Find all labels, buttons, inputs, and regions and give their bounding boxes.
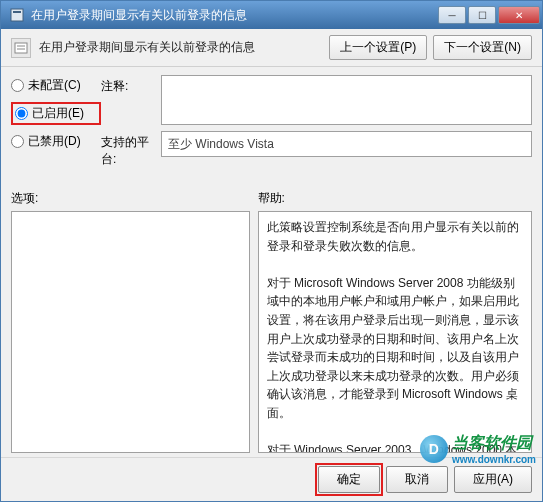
radio-enabled-input[interactable] [15,107,28,120]
radio-unconfigured[interactable]: 未配置(C) [11,77,101,94]
radio-disabled-label: 已禁用(D) [28,133,81,150]
minimize-button[interactable]: ─ [438,6,466,24]
maximize-button[interactable]: ☐ [468,6,496,24]
prev-setting-button[interactable]: 上一个设置(P) [329,35,427,60]
lower-panes: 选项: 帮助: 此策略设置控制系统是否向用户显示有关以前的登录和登录失败次数的信… [11,190,532,453]
right-column: 注释: 支持的平台: 至少 Windows Vista [101,75,532,174]
help-column: 帮助: 此策略设置控制系统是否向用户显示有关以前的登录和登录失败次数的信息。 对… [258,190,532,453]
apply-button[interactable]: 应用(A) [454,466,532,493]
radio-group: 未配置(C) 已启用(E) 已禁用(D) [11,75,101,158]
config-row: 未配置(C) 已启用(E) 已禁用(D) 注释: 支持的平台: [11,75,532,174]
comment-input[interactable] [161,75,532,125]
app-icon [9,7,25,23]
radio-disabled[interactable]: 已禁用(D) [11,133,101,150]
options-column: 选项: [11,190,250,453]
ok-button[interactable]: 确定 [318,466,380,493]
window-title: 在用户登录期间显示有关以前登录的信息 [31,7,436,24]
footer: 确定 取消 应用(A) [1,457,542,501]
next-setting-button[interactable]: 下一个设置(N) [433,35,532,60]
platform-label: 支持的平台: [101,131,161,168]
titlebar[interactable]: 在用户登录期间显示有关以前登录的信息 ─ ☐ ✕ [1,1,542,29]
close-button[interactable]: ✕ [498,6,540,24]
ok-button-highlight: 确定 [318,466,380,493]
comment-label: 注释: [101,75,161,125]
platform-row: 支持的平台: 至少 Windows Vista [101,131,532,168]
svg-rect-1 [13,11,21,13]
cancel-button[interactable]: 取消 [386,466,448,493]
svg-rect-2 [15,43,27,53]
options-box[interactable] [11,211,250,453]
radio-enabled[interactable]: 已启用(E) [11,102,101,125]
help-box[interactable]: 此策略设置控制系统是否向用户显示有关以前的登录和登录失败次数的信息。 对于 Mi… [258,211,532,453]
radio-disabled-input[interactable] [11,135,24,148]
policy-icon [11,38,31,58]
window-controls: ─ ☐ ✕ [436,6,540,24]
header-text: 在用户登录期间显示有关以前登录的信息 [39,39,323,56]
options-label: 选项: [11,190,250,207]
radio-unconfigured-input[interactable] [11,79,24,92]
comment-row: 注释: [101,75,532,125]
radio-enabled-label: 已启用(E) [32,105,84,122]
platform-value: 至少 Windows Vista [161,131,532,157]
radio-unconfigured-label: 未配置(C) [28,77,81,94]
help-label: 帮助: [258,190,532,207]
dialog-window: 在用户登录期间显示有关以前登录的信息 ─ ☐ ✕ 在用户登录期间显示有关以前登录… [0,0,543,502]
body-area: 未配置(C) 已启用(E) 已禁用(D) 注释: 支持的平台: [1,67,542,457]
header-row: 在用户登录期间显示有关以前登录的信息 上一个设置(P) 下一个设置(N) [1,29,542,67]
svg-rect-0 [11,9,23,21]
